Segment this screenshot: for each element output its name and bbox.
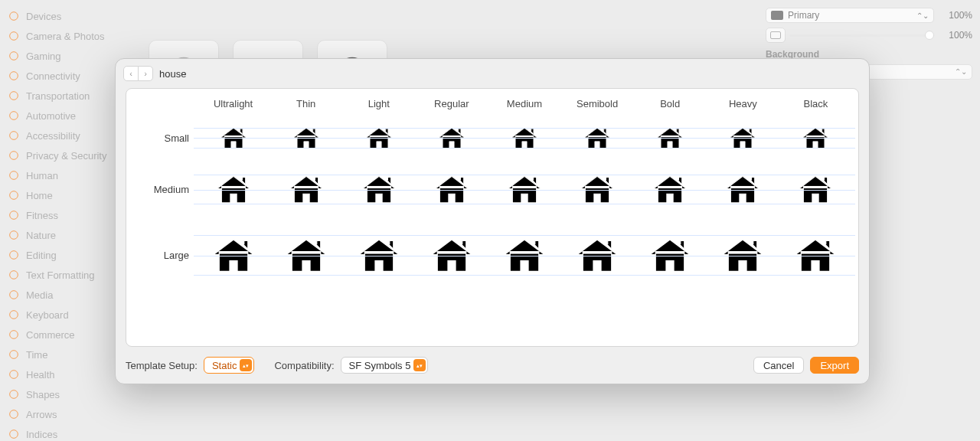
symbol-variant-cell[interactable] xyxy=(561,116,634,160)
export-template-sheet: ‹ › house UltralightThinLightRegularMedi… xyxy=(115,58,870,384)
nav-back-button[interactable]: ‹ xyxy=(123,66,139,81)
symbol-variant-cell[interactable] xyxy=(415,116,488,160)
symbol-name-title: house xyxy=(159,68,186,80)
compatibility-label: Compatibility: xyxy=(274,360,334,371)
compatibility-value: SF Symbols 5 xyxy=(349,360,411,371)
chevron-right-icon: › xyxy=(144,69,147,78)
compatibility-select[interactable]: SF Symbols 5 ▴▾ xyxy=(341,357,429,374)
weight-scale-matrix: UltralightThinLightRegularMediumSemibold… xyxy=(126,89,858,346)
weight-column-header: Medium xyxy=(488,89,560,116)
chevron-updown-icon: ▴▾ xyxy=(413,359,426,371)
symbol-variant-cell[interactable] xyxy=(342,160,415,218)
nav-buttons: ‹ › xyxy=(123,66,153,81)
chevron-left-icon: ‹ xyxy=(129,69,132,78)
symbol-variant-cell[interactable] xyxy=(197,218,270,292)
nav-forward-button[interactable]: › xyxy=(138,66,153,81)
weight-column-header: Heavy xyxy=(707,89,779,116)
symbol-variant-cell[interactable] xyxy=(488,160,560,218)
weight-column-header: Semibold xyxy=(561,89,634,116)
template-preview-panel: UltralightThinLightRegularMediumSemibold… xyxy=(126,88,859,347)
template-setup-label: Template Setup: xyxy=(126,360,198,371)
symbol-variant-cell[interactable] xyxy=(342,116,415,160)
weight-column-header: Light xyxy=(342,89,415,116)
scale-row-label: Medium xyxy=(126,160,197,218)
symbol-variant-cell[interactable] xyxy=(561,218,634,292)
cancel-button[interactable]: Cancel xyxy=(753,357,804,374)
weight-column-header: Bold xyxy=(634,89,707,116)
template-setup-select[interactable]: Static ▴▾ xyxy=(204,357,255,374)
symbol-variant-cell[interactable] xyxy=(342,218,415,292)
symbol-variant-cell[interactable] xyxy=(779,218,852,292)
symbol-variant-cell[interactable] xyxy=(270,160,342,218)
export-button[interactable]: Export xyxy=(810,357,859,374)
weight-column-header: Ultralight xyxy=(197,89,270,116)
symbol-variant-cell[interactable] xyxy=(415,160,488,218)
symbol-variant-cell[interactable] xyxy=(707,116,779,160)
template-setup-value: Static xyxy=(212,360,237,371)
symbol-variant-cell[interactable] xyxy=(270,116,342,160)
sheet-footer: Template Setup: Static ▴▾ Compatibility:… xyxy=(116,347,869,384)
symbol-variant-cell[interactable] xyxy=(634,160,707,218)
weight-column-header: Regular xyxy=(415,89,488,116)
scale-row-label: Small xyxy=(126,116,197,160)
symbol-variant-cell[interactable] xyxy=(779,116,852,160)
scale-row-label: Large xyxy=(126,218,197,292)
symbol-variant-cell[interactable] xyxy=(197,160,270,218)
symbol-variant-cell[interactable] xyxy=(488,116,560,160)
weight-column-header: Black xyxy=(779,89,852,116)
sheet-header: ‹ › house xyxy=(116,59,869,88)
symbol-variant-cell[interactable] xyxy=(707,218,779,292)
symbol-variant-cell[interactable] xyxy=(634,116,707,160)
symbol-variant-cell[interactable] xyxy=(197,116,270,160)
symbol-variant-cell[interactable] xyxy=(415,218,488,292)
symbol-variant-cell[interactable] xyxy=(707,160,779,218)
weight-column-header: Thin xyxy=(270,89,342,116)
symbol-variant-cell[interactable] xyxy=(561,160,634,218)
symbol-variant-cell[interactable] xyxy=(270,218,342,292)
chevron-updown-icon: ▴▾ xyxy=(240,359,252,371)
symbol-variant-cell[interactable] xyxy=(779,160,852,218)
symbol-variant-cell[interactable] xyxy=(634,218,707,292)
symbol-variant-cell[interactable] xyxy=(488,218,560,292)
